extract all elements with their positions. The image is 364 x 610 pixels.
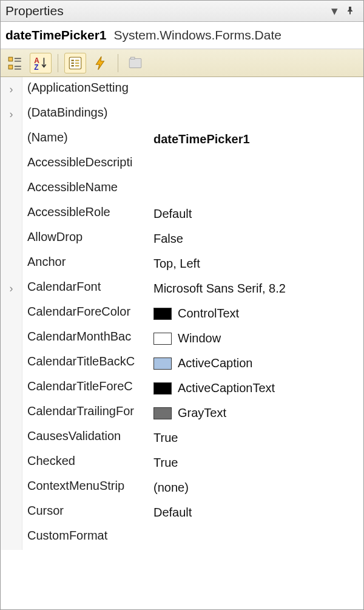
property-value-text: Default bbox=[153, 506, 192, 520]
property-name: CalendarTitleForeC bbox=[22, 376, 147, 401]
property-name: ContextMenuStrip bbox=[22, 475, 147, 500]
expand-icon[interactable]: › bbox=[1, 77, 22, 102]
property-row[interactable]: CalendarTitleBackCActiveCaption bbox=[1, 351, 363, 376]
panel-title: Properties bbox=[5, 4, 328, 18]
property-value[interactable] bbox=[147, 525, 363, 550]
property-value[interactable]: GrayText bbox=[147, 401, 363, 425]
property-value-text: (none) bbox=[153, 481, 189, 495]
expand-icon[interactable]: › bbox=[1, 276, 22, 301]
expand-spacer bbox=[1, 202, 22, 226]
property-row[interactable]: ›(ApplicationSetting bbox=[1, 77, 363, 102]
property-name: CustomFormat bbox=[22, 525, 147, 550]
color-swatch bbox=[153, 358, 172, 370]
categorized-button[interactable] bbox=[4, 53, 26, 73]
property-pages-button[interactable] bbox=[124, 53, 146, 73]
property-value[interactable]: ActiveCaption bbox=[147, 351, 363, 376]
property-grid[interactable]: ›(ApplicationSetting›(DataBindings)(Name… bbox=[1, 77, 363, 605]
pin-icon[interactable] bbox=[342, 4, 359, 18]
property-name: Cursor bbox=[22, 500, 147, 525]
expand-spacer bbox=[1, 326, 22, 351]
expand-spacer bbox=[1, 177, 22, 202]
property-value[interactable]: Default bbox=[147, 500, 363, 525]
svg-rect-5 bbox=[129, 58, 141, 67]
property-value-text: Default bbox=[153, 207, 192, 221]
color-swatch bbox=[153, 407, 172, 419]
svg-rect-0 bbox=[8, 57, 13, 61]
property-row[interactable]: ›(DataBindings) bbox=[1, 102, 363, 127]
property-row[interactable]: CalendarMonthBacWindow bbox=[1, 326, 363, 351]
property-value[interactable]: (none) bbox=[147, 475, 363, 500]
property-row[interactable]: ›CalendarFontMicrosoft Sans Serif, 8.2 bbox=[1, 276, 363, 301]
property-value[interactable] bbox=[147, 177, 363, 202]
property-row[interactable]: CausesValidationTrue bbox=[1, 425, 363, 450]
property-row[interactable]: CustomFormat bbox=[1, 525, 363, 550]
property-value[interactable]: dateTimePicker1 bbox=[147, 127, 363, 152]
property-name: AccessibleDescripti bbox=[22, 152, 147, 177]
property-row[interactable]: CursorDefault bbox=[1, 500, 363, 525]
property-name: AccessibleRole bbox=[22, 202, 147, 226]
svg-rect-1 bbox=[8, 65, 13, 69]
property-row[interactable]: AccessibleRoleDefault bbox=[1, 202, 363, 226]
property-value[interactable]: Default bbox=[147, 202, 363, 226]
property-value[interactable]: ActiveCaptionText bbox=[147, 376, 363, 401]
property-value-text: GrayText bbox=[178, 406, 226, 420]
property-value-text: True bbox=[153, 456, 178, 470]
property-value[interactable]: True bbox=[147, 450, 363, 475]
alphabetical-button[interactable]: AZ bbox=[30, 53, 52, 73]
property-value-text: Microsoft Sans Serif, 8.2 bbox=[153, 282, 286, 296]
property-value[interactable] bbox=[147, 152, 363, 177]
expand-icon[interactable]: › bbox=[1, 102, 22, 127]
property-row[interactable]: ContextMenuStrip(none) bbox=[1, 475, 363, 500]
expand-spacer bbox=[1, 226, 22, 251]
toolbar-separator bbox=[118, 54, 118, 72]
dropdown-icon[interactable]: ▾ bbox=[328, 4, 342, 18]
property-value[interactable]: Window bbox=[147, 326, 363, 351]
property-row[interactable]: AnchorTop, Left bbox=[1, 251, 363, 276]
property-value-text: ActiveCaptionText bbox=[178, 381, 275, 395]
svg-text:Z: Z bbox=[34, 63, 38, 70]
expand-spacer bbox=[1, 376, 22, 401]
expand-spacer bbox=[1, 450, 22, 475]
toolbar: AZ bbox=[1, 49, 363, 77]
expand-spacer bbox=[1, 500, 22, 525]
property-row[interactable]: CalendarForeColorControlText bbox=[1, 301, 363, 326]
color-swatch bbox=[153, 382, 172, 395]
property-value[interactable]: Top, Left bbox=[147, 251, 363, 276]
property-name: CalendarTitleBackC bbox=[22, 351, 147, 376]
property-value[interactable]: False bbox=[147, 226, 363, 251]
property-value-text: dateTimePicker1 bbox=[153, 132, 250, 146]
property-value-text: ActiveCaption bbox=[178, 356, 252, 370]
property-name: CalendarFont bbox=[22, 276, 147, 301]
color-swatch bbox=[153, 308, 172, 320]
property-value[interactable] bbox=[147, 77, 363, 102]
property-value-text: True bbox=[153, 431, 178, 445]
property-value-text: False bbox=[153, 232, 183, 246]
object-type: System.Windows.Forms.Date bbox=[113, 28, 281, 42]
property-row[interactable]: CheckedTrue bbox=[1, 450, 363, 475]
expand-spacer bbox=[1, 525, 22, 550]
property-row[interactable]: CalendarTrailingForGrayText bbox=[1, 401, 363, 425]
panel-titlebar: Properties ▾ bbox=[1, 1, 363, 22]
property-name: (ApplicationSetting bbox=[22, 77, 147, 102]
property-value-text: Window bbox=[178, 331, 221, 345]
property-name: CalendarTrailingFor bbox=[22, 401, 147, 425]
property-row[interactable]: (Name)dateTimePicker1 bbox=[1, 127, 363, 152]
properties-button[interactable] bbox=[64, 53, 86, 73]
property-row[interactable]: AccessibleDescripti bbox=[1, 152, 363, 177]
property-row[interactable]: CalendarTitleForeCActiveCaptionText bbox=[1, 376, 363, 401]
property-name: AccessibleName bbox=[22, 177, 147, 202]
events-button[interactable] bbox=[90, 53, 112, 73]
property-value-text: Top, Left bbox=[153, 257, 200, 271]
property-value[interactable]: True bbox=[147, 425, 363, 450]
property-value-text: ControlText bbox=[178, 307, 239, 320]
object-selector[interactable]: dateTimePicker1 System.Windows.Forms.Dat… bbox=[1, 22, 363, 49]
property-value[interactable]: ControlText bbox=[147, 301, 363, 326]
expand-spacer bbox=[1, 127, 22, 152]
property-name: AllowDrop bbox=[22, 226, 147, 251]
property-value[interactable]: Microsoft Sans Serif, 8.2 bbox=[147, 276, 363, 301]
property-row[interactable]: AllowDropFalse bbox=[1, 226, 363, 251]
property-row[interactable]: AccessibleName bbox=[1, 177, 363, 202]
property-value[interactable] bbox=[147, 102, 363, 127]
property-name: (Name) bbox=[22, 127, 147, 152]
object-name: dateTimePicker1 bbox=[5, 28, 107, 42]
